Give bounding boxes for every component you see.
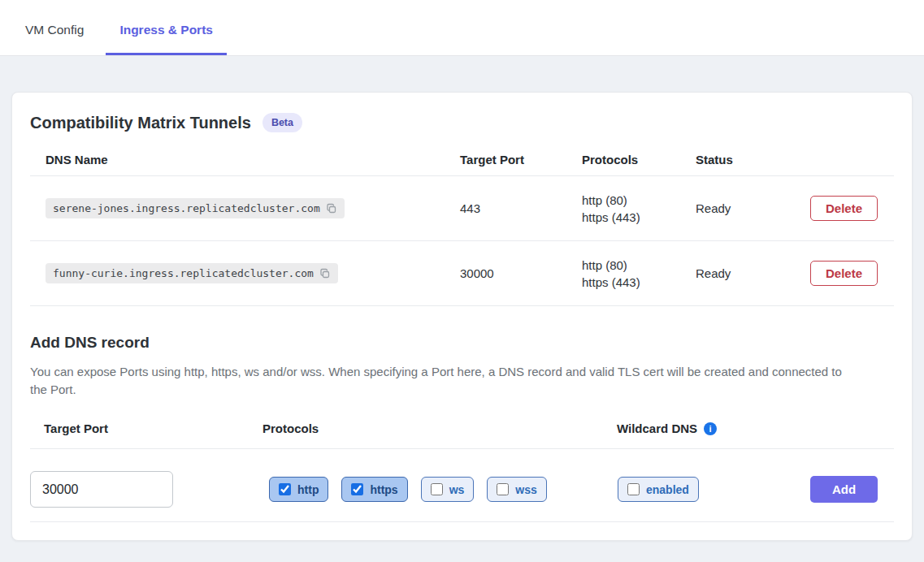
protocol-checkbox-https[interactable]: https [341, 477, 407, 502]
tab-ingress-ports[interactable]: Ingress & Ports [106, 3, 227, 55]
https-checkbox[interactable] [351, 483, 363, 495]
protocols-value: http (80) https (443) [582, 257, 696, 291]
wildcard-checkbox-group: enabled [617, 477, 810, 502]
delete-button[interactable]: Delete [810, 196, 878, 221]
protocol-line: http (80) [582, 257, 696, 274]
protocol-checkbox-http[interactable]: http [269, 477, 328, 502]
delete-button[interactable]: Delete [810, 261, 878, 286]
info-icon[interactable]: i [704, 422, 717, 435]
col-header-dns-name: DNS Name [30, 153, 460, 166]
protocol-line: https (443) [582, 274, 696, 291]
tunnels-table: DNS Name Target Port Protocols Status se… [30, 132, 894, 306]
form-controls-row: http https ws wss enabled [30, 449, 894, 508]
protocol-line: http (80) [582, 192, 696, 209]
checkbox-label: ws [449, 483, 465, 496]
ws-checkbox[interactable] [431, 483, 443, 495]
form-header-row: Target Port Protocols Wildcard DNS i [30, 422, 894, 449]
target-port-value: 443 [460, 201, 582, 215]
protocol-checkbox-wss[interactable]: wss [487, 477, 546, 502]
form-header-wildcard-dns: Wildcard DNS [617, 422, 697, 435]
dns-name: funny-curie.ingress.replicatedcluster.co… [53, 267, 314, 279]
dns-name-pill: serene-jones.ingress.replicatedcluster.c… [46, 198, 345, 218]
protocol-line: https (443) [582, 209, 696, 226]
checkbox-label: wss [515, 483, 536, 496]
status-value: Ready [696, 201, 810, 215]
checkbox-label: http [297, 483, 319, 496]
protocol-checkbox-group: http https ws wss [262, 477, 617, 502]
add-button[interactable]: Add [810, 476, 878, 503]
form-header-target-port: Target Port [30, 422, 262, 435]
target-port-value: 30000 [460, 266, 582, 280]
copy-icon[interactable] [326, 203, 337, 214]
checkbox-label: enabled [646, 483, 689, 496]
dns-name-pill: funny-curie.ingress.replicatedcluster.co… [46, 263, 338, 283]
divider [30, 521, 894, 522]
target-port-input[interactable] [30, 471, 173, 508]
table-header-row: DNS Name Target Port Protocols Status [30, 132, 894, 176]
status-value: Ready [696, 266, 810, 280]
form-header-protocols: Protocols [262, 422, 617, 435]
protocol-checkbox-ws[interactable]: ws [421, 477, 475, 502]
copy-icon[interactable] [319, 268, 331, 279]
add-dns-description: You can expose Ports using http, https, … [30, 363, 851, 399]
enabled-checkbox[interactable] [627, 483, 640, 495]
beta-badge: Beta [262, 113, 302, 132]
wildcard-enabled-checkbox[interactable]: enabled [618, 477, 699, 502]
col-header-target-port: Target Port [460, 153, 582, 166]
protocols-value: http (80) https (443) [582, 192, 696, 226]
checkbox-label: https [370, 483, 397, 496]
wss-checkbox[interactable] [497, 483, 509, 495]
http-checkbox[interactable] [279, 483, 291, 495]
page-title: Compatibility Matrix Tunnels [30, 114, 251, 132]
add-dns-title: Add DNS record [30, 334, 894, 352]
table-row: funny-curie.ingress.replicatedcluster.co… [30, 241, 894, 306]
table-row: serene-jones.ingress.replicatedcluster.c… [30, 176, 894, 241]
card-header: Compatibility Matrix Tunnels Beta [12, 93, 912, 132]
add-dns-section: Add DNS record You can expose Ports usin… [12, 334, 912, 522]
tab-vm-config[interactable]: VM Config [11, 3, 98, 55]
tab-bar: VM Config Ingress & Ports [0, 0, 924, 56]
col-header-status: Status [696, 153, 810, 166]
col-header-protocols: Protocols [582, 153, 696, 166]
tunnels-card: Compatibility Matrix Tunnels Beta DNS Na… [11, 92, 913, 541]
dns-name: serene-jones.ingress.replicatedcluster.c… [53, 202, 320, 214]
